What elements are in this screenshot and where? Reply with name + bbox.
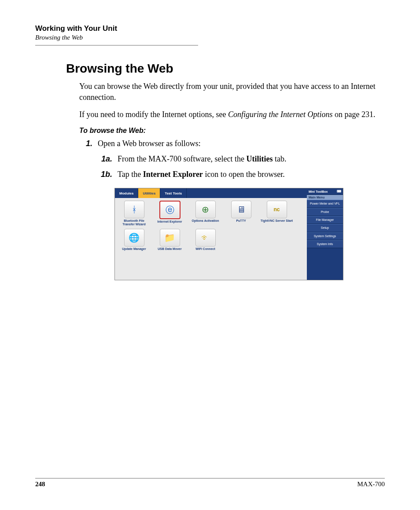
step-1b-prefix: Tap the — [118, 170, 143, 179]
usb-icon: 📁 — [164, 233, 175, 242]
sidebar-menu-header: Main Menu — [307, 195, 343, 200]
page-footer: 248 MAX-700 — [35, 478, 385, 488]
wifi-icon: ᯤ — [201, 233, 210, 242]
step-1b-suffix: icon to open the browser. — [203, 170, 285, 179]
internet-explorer-icon: ⓔ — [166, 205, 174, 214]
app-wifi-connect[interactable]: ᯤ WiFi Connect — [189, 229, 222, 254]
step-1a-number: 1a. — [99, 154, 112, 165]
step-1a-suffix: tab. — [273, 154, 286, 163]
app-usb-data-mover[interactable]: 📁 USB Data Mover — [153, 229, 186, 254]
vnc-icon: nc — [273, 207, 280, 212]
sidebar-item-power-meter[interactable]: Power Meter and VFL — [307, 200, 343, 208]
tab-bar: Modules Utilities Test Tools — [115, 188, 307, 198]
sidebar-item-file-manager[interactable]: File Manager — [307, 216, 343, 224]
tab-test-tools[interactable]: Test Tools — [160, 188, 187, 198]
header-rule — [35, 45, 198, 46]
step-1-text: Open a Web browser as follows: — [98, 138, 201, 149]
task-heading: To browse the Web: — [79, 127, 385, 135]
app-wifi-label: WiFi Connect — [195, 247, 215, 254]
app-update-label: Update Manager — [122, 247, 146, 254]
step-1b-bold: Internet Explorer — [143, 170, 203, 179]
app-options-activation[interactable]: ⊕ Options Activation — [189, 201, 222, 227]
intro2-prefix: If you need to modify the Internet optio… — [79, 110, 228, 119]
app-bluetooth-label: Bluetooth File Transfer Wizard — [118, 219, 151, 226]
page-number: 248 — [35, 481, 45, 488]
sidebar-item-probe[interactable]: Probe — [307, 208, 343, 216]
tab-utilities[interactable]: Utilities — [138, 188, 160, 198]
main-heading: Browsing the Web — [66, 62, 385, 76]
sidebar-item-setup[interactable]: Setup — [307, 224, 343, 232]
section-subtitle: Browsing the Web — [35, 34, 385, 41]
app-tightvnc[interactable]: nc TightVNC Server Start — [260, 201, 293, 227]
app-internet-explorer[interactable]: ⓔ Internet Explorer — [153, 201, 186, 227]
utilities-grid: ᚼ Bluetooth File Transfer Wizard ⓔ Inter… — [115, 198, 307, 280]
app-options-label: Options Activation — [192, 219, 219, 226]
step-1b-text: Tap the Internet Explorer icon to open t… — [118, 169, 285, 180]
app-putty[interactable]: 🖥 PuTTY — [225, 201, 258, 227]
bluetooth-icon: ᚼ — [132, 205, 137, 214]
step-1: 1. Open a Web browser as follows: — [79, 138, 379, 149]
step-1a-prefix: From the MAX-700 software, select the — [118, 154, 246, 163]
intro-paragraph-1: You can browse the Web directly from you… — [79, 81, 379, 103]
utilities-screenshot: Modules Utilities Test Tools ᚼ Bluetooth… — [114, 188, 343, 280]
sidebar-title-text: Mini ToolBox — [309, 190, 328, 193]
step-1a: 1a. From the MAX-700 software, select th… — [99, 154, 379, 165]
app-putty-label: PuTTY — [236, 219, 246, 226]
tab-modules[interactable]: Modules — [115, 188, 138, 198]
sidebar-item-system-info[interactable]: System Info — [307, 240, 343, 248]
sidebar-item-system-settings[interactable]: System Settings — [307, 232, 343, 240]
step-1b-number: 1b. — [99, 169, 112, 180]
footer-rule — [35, 478, 385, 479]
page-header: Working with Your Unit Browsing the Web — [35, 24, 385, 46]
app-update-manager[interactable]: 🌐 Update Manager — [118, 229, 151, 254]
step-1a-bold: Utilities — [246, 154, 273, 163]
step-1b: 1b. Tap the Internet Explorer icon to op… — [99, 169, 379, 180]
intro2-suffix: on page 231. — [332, 110, 375, 119]
app-ie-label: Internet Explorer — [157, 220, 182, 227]
step-1a-text: From the MAX-700 software, select the Ut… — [118, 154, 286, 165]
app-vnc-label: TightVNC Server Start — [261, 219, 293, 226]
footer-model: MAX-700 — [357, 481, 385, 488]
sidebar-toolbox: Mini ToolBox ⌨ Main Menu Power Meter and… — [307, 188, 343, 280]
options-icon: ⊕ — [202, 205, 209, 214]
step-1-number: 1. — [79, 138, 92, 149]
intro-paragraph-2: If you need to modify the Internet optio… — [79, 109, 379, 120]
screenshot-main-area: Modules Utilities Test Tools ᚼ Bluetooth… — [115, 188, 307, 280]
keyboard-icon[interactable]: ⌨ — [337, 190, 341, 193]
intro2-emphasis: Configuring the Internet Options — [228, 110, 333, 119]
putty-icon: 🖥 — [237, 205, 246, 214]
sidebar-title: Mini ToolBox ⌨ — [307, 188, 343, 195]
update-icon: 🌐 — [129, 233, 140, 242]
chapter-title: Working with Your Unit — [35, 24, 385, 33]
app-usb-label: USB Data Mover — [158, 247, 181, 254]
app-bluetooth[interactable]: ᚼ Bluetooth File Transfer Wizard — [118, 201, 151, 227]
